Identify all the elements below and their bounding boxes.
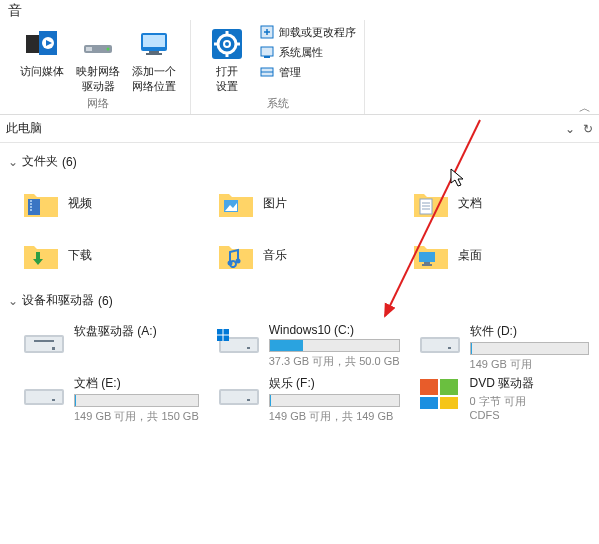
drive-c-bar (269, 339, 400, 352)
svg-rect-24 (30, 200, 32, 202)
svg-point-13 (224, 41, 230, 47)
content-area: ⌄ 文件夹 (6) 视频 图片 文档 下载 音乐 桌面 ⌄ (0, 143, 599, 544)
drive-e[interactable]: 文档 (E:) 149 GB 可用，共 150 GB (8, 369, 203, 419)
svg-rect-41 (34, 340, 54, 342)
svg-rect-25 (30, 203, 32, 205)
pictures-folder-icon (217, 184, 255, 222)
ribbon-item-manage[interactable]: 管理 (259, 64, 356, 80)
chevron-down-icon: ⌄ (8, 155, 18, 169)
drive-e-fill (75, 395, 76, 406)
drive-f-info: 娱乐 (F:) 149 GB 可用，共 149 GB (269, 373, 400, 424)
svg-point-34 (228, 261, 233, 266)
path-dropdown-icon[interactable]: ⌄ (565, 122, 575, 136)
ribbon-btn-mapdrive[interactable]: 映射网络 驱动器 (70, 20, 126, 96)
svg-point-6 (107, 48, 110, 51)
drive-dvd-info: DVD 驱动器 0 字节 可用 CDFS (470, 373, 589, 421)
svg-rect-61 (440, 397, 458, 409)
svg-rect-10 (146, 53, 162, 55)
drive-e-name: 文档 (E:) (74, 375, 199, 392)
section-header-folders[interactable]: ⌄ 文件夹 (6) (8, 153, 599, 170)
svg-point-35 (236, 259, 241, 264)
drive-c[interactable]: Windows10 (C:) 37.3 GB 可用，共 50.0 GB (203, 317, 404, 367)
hdd-icon (22, 377, 66, 411)
drive-dvd[interactable]: DVD 驱动器 0 字节 可用 CDFS (404, 369, 593, 419)
drive-f[interactable]: 娱乐 (F:) 149 GB 可用，共 149 GB (203, 369, 404, 419)
ribbon-btn-opensettings-label: 打开 设置 (216, 64, 238, 94)
ribbon-item-uninstall[interactable]: 卸载或更改程序 (259, 24, 356, 40)
svg-rect-59 (440, 379, 458, 395)
drive-dvd-stat: 0 字节 可用 (470, 394, 589, 409)
drive-c-fill (270, 340, 303, 351)
drive-f-stat: 149 GB 可用，共 149 GB (269, 409, 400, 424)
section-folders-label: 文件夹 (22, 153, 58, 170)
drive-d[interactable]: 软件 (D:) 149 GB 可用 (404, 317, 593, 367)
folder-downloads[interactable]: 下载 (8, 230, 203, 280)
ribbon-btn-addloc-label: 添加一个 网络位置 (132, 64, 176, 94)
folder-downloads-label: 下载 (68, 247, 92, 264)
folder-documents-label: 文档 (458, 195, 482, 212)
hdd-icon (418, 325, 462, 359)
svg-rect-37 (424, 262, 430, 264)
hdd-windows-icon (217, 325, 261, 359)
ribbon: 访问媒体 映射网络 驱动器 添加一个 网络位置 网络 (0, 0, 599, 115)
ribbon-item-sysprop-label: 系统属性 (279, 45, 323, 60)
drive-dvd-type: CDFS (470, 409, 589, 421)
drive-d-info: 软件 (D:) 149 GB 可用 (470, 321, 589, 372)
svg-rect-53 (26, 391, 62, 403)
svg-rect-45 (247, 347, 250, 349)
pathbar-right: ⌄ ↻ (565, 122, 593, 136)
folder-desktop[interactable]: 桌面 (398, 230, 593, 280)
settings-icon (209, 26, 245, 62)
ribbon-btn-opensettings[interactable]: 打开 设置 (199, 20, 255, 96)
drives-grid: 软盘驱动器 (A:) Windows10 (C:) 37.3 GB 可用，共 5… (8, 317, 599, 419)
refresh-icon[interactable]: ↻ (583, 122, 593, 136)
drive-f-fill (270, 395, 271, 406)
svg-rect-50 (422, 339, 458, 351)
music-folder-icon (217, 236, 255, 274)
svg-rect-42 (52, 347, 55, 350)
drive-e-info: 文档 (E:) 149 GB 可用，共 150 GB (74, 373, 199, 424)
section-drives-count: (6) (98, 294, 113, 308)
desktop-folder-icon (412, 236, 450, 274)
drive-d-name: 软件 (D:) (470, 323, 589, 340)
svg-rect-38 (422, 264, 432, 266)
sysprop-icon (259, 44, 275, 60)
uninstall-icon (259, 24, 275, 40)
ribbon-group-system-label: 系统 (267, 96, 289, 115)
svg-rect-8 (143, 35, 165, 47)
svg-rect-5 (86, 47, 92, 51)
path-title[interactable]: 此电脑 (6, 120, 42, 137)
svg-rect-56 (221, 391, 257, 403)
chevron-down-icon: ⌄ (8, 294, 18, 308)
drive-c-info: Windows10 (C:) 37.3 GB 可用，共 50.0 GB (269, 321, 400, 369)
svg-rect-23 (28, 199, 40, 215)
ribbon-groups: 访问媒体 映射网络 驱动器 添加一个 网络位置 网络 (6, 20, 365, 114)
section-folders-count: (6) (62, 155, 77, 169)
folder-documents[interactable]: 文档 (398, 178, 593, 228)
folder-music-label: 音乐 (263, 247, 287, 264)
drive-floppy-a[interactable]: 软盘驱动器 (A:) (8, 317, 203, 367)
drive-d-fill (471, 343, 472, 354)
drive-f-name: 娱乐 (F:) (269, 375, 400, 392)
media-icon (24, 26, 60, 62)
section-header-drives[interactable]: ⌄ 设备和驱动器 (6) (8, 292, 599, 309)
ribbon-btn-mapdrive-label: 映射网络 驱动器 (76, 64, 120, 94)
folder-videos-label: 视频 (68, 195, 92, 212)
folder-pictures[interactable]: 图片 (203, 178, 398, 228)
ribbon-item-sysprop[interactable]: 系统属性 (259, 44, 356, 60)
floppy-drive-icon (22, 325, 66, 359)
dvd-drive-icon (418, 377, 462, 411)
svg-rect-36 (419, 252, 435, 262)
folder-music[interactable]: 音乐 (203, 230, 398, 280)
ribbon-collapse-icon[interactable]: ︿ (579, 100, 591, 117)
downloads-folder-icon (22, 236, 60, 274)
ribbon-btn-addloc[interactable]: 添加一个 网络位置 (126, 20, 182, 96)
svg-rect-40 (26, 337, 62, 351)
pathbar: 此电脑 ⌄ ↻ (0, 115, 599, 143)
drive-floppy-name: 软盘驱动器 (A:) (74, 323, 199, 340)
folder-videos[interactable]: 视频 (8, 178, 203, 228)
ribbon-btn-media[interactable]: 访问媒体 (14, 20, 70, 96)
ribbon-network-row: 访问媒体 映射网络 驱动器 添加一个 网络位置 (14, 20, 182, 96)
svg-rect-54 (52, 399, 55, 401)
ribbon-group-system: 打开 设置 卸载或更改程序 系统属性 管理 (191, 20, 365, 114)
